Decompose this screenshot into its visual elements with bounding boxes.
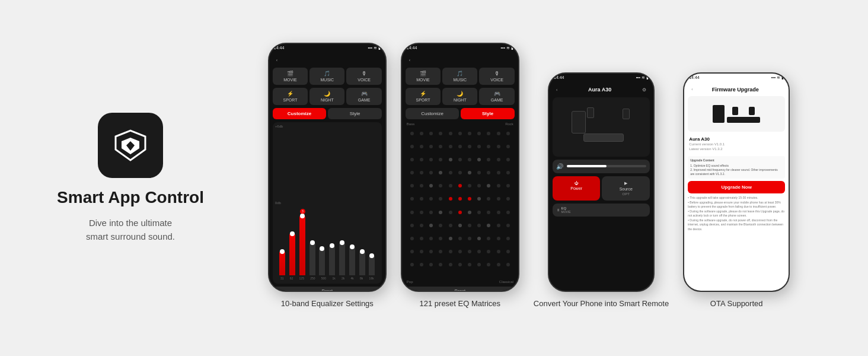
eq-bars-container: 3 xyxy=(275,204,379,275)
firmware-caption: OTA Supported xyxy=(710,299,763,308)
reset-button-eq[interactable]: Reset xyxy=(273,287,382,292)
app-icon xyxy=(98,113,163,178)
matrix-dot xyxy=(506,184,510,187)
satellite-l-img xyxy=(587,107,594,118)
matrix-dot xyxy=(497,250,500,253)
matrix-dot xyxy=(506,158,510,161)
eq-bar-7 xyxy=(339,243,345,275)
matrix-dot xyxy=(410,145,414,148)
matrix-dot xyxy=(458,158,462,161)
matrix-dot xyxy=(449,250,452,253)
eq-mode-button[interactable]: ≡ EQ MOVIE xyxy=(553,204,650,217)
back-icon-fw[interactable]: ‹ xyxy=(691,87,693,91)
mode-voice[interactable]: 🎙 VOICE xyxy=(346,68,381,85)
matrix-dot xyxy=(487,224,490,227)
back-icon-remote[interactable]: ‹ xyxy=(556,87,557,93)
matrix-dot xyxy=(420,237,423,240)
eq-phone-wrapper: 14:44 ▪▪▪ ≋ ▮ ‹ 🎬 MOVIE xyxy=(268,43,387,292)
upgrade-now-button[interactable]: Upgrade Now xyxy=(688,181,785,193)
matrix-style-btn[interactable]: Style xyxy=(461,108,515,119)
firmware-phone-frame: 14:44 ▪▪▪ ≋ ▮ ‹ Firmware Upgrade ⚙ xyxy=(683,72,790,292)
matrix-dot xyxy=(420,171,423,174)
eq-caption: 10-band Equalizer Settings xyxy=(281,299,374,308)
reset-button-matrix[interactable]: Reset xyxy=(406,287,515,292)
matrix-phone-column: 14:44 ▪▪▪ ≋ ▮ ‹ 🎬 MOVIE xyxy=(401,43,519,308)
back-icon-matrix[interactable]: ‹ xyxy=(409,57,410,63)
eq-bar-3: 3 xyxy=(299,216,305,275)
remote-screen: ‹ Aura A30 ⚙ xyxy=(549,82,653,292)
matrix-music[interactable]: 🎵 MUSIC xyxy=(442,68,477,85)
matrix-dot xyxy=(468,145,471,148)
matrix-dot xyxy=(410,263,414,266)
side-button-matrix xyxy=(518,80,519,96)
back-icon[interactable]: ‹ xyxy=(276,57,277,63)
eq-bar-1 xyxy=(279,252,285,275)
fw-device-info: Aura A30 Current version V1.0.1 Latest v… xyxy=(688,134,785,154)
matrix-dot xyxy=(506,132,510,135)
matrix-dot xyxy=(506,145,510,148)
volume-row: 🔊 xyxy=(553,160,650,173)
fw-sat-l xyxy=(732,107,738,115)
matrix-movie[interactable]: 🎬 MOVIE xyxy=(406,68,441,85)
matrix-dot xyxy=(497,263,500,266)
matrix-dot xyxy=(477,184,481,187)
power-button[interactable]: ⏻ Power xyxy=(553,176,601,201)
matrix-dot xyxy=(468,184,471,187)
source-button[interactable]: ▶ Source OPT xyxy=(602,176,650,201)
fw-device-img xyxy=(688,96,785,132)
matrix-dot xyxy=(506,250,510,253)
matrix-dot xyxy=(506,263,510,266)
matrix-axis-bottom: Pop Classical xyxy=(406,280,515,284)
matrix-dot xyxy=(458,250,462,253)
gear-icon[interactable]: ⚙ xyxy=(642,87,646,93)
matrix-dot xyxy=(477,197,481,201)
matrix-dot xyxy=(429,171,433,174)
matrix-night[interactable]: 🌙 NIGHT xyxy=(442,88,477,105)
matrix-dot xyxy=(487,263,490,266)
matrix-dot xyxy=(477,224,481,227)
satellite-r-img xyxy=(623,109,630,119)
matrix-dot xyxy=(477,171,481,174)
matrix-dot xyxy=(439,132,442,135)
matrix-dot xyxy=(449,197,452,201)
matrix-dot xyxy=(420,263,423,266)
matrix-dot xyxy=(458,132,462,135)
dot-grid xyxy=(406,129,515,277)
matrix-dot xyxy=(410,197,414,201)
matrix-dot xyxy=(420,158,423,161)
matrix-sport[interactable]: ⚡ SPORT xyxy=(406,88,441,105)
eq-screen: ‹ 🎬 MOVIE 🎵 MUSIC xyxy=(269,52,385,292)
matrix-dot xyxy=(468,237,471,240)
matrix-dot xyxy=(477,211,481,214)
soundbar-img xyxy=(583,134,624,142)
volume-fill xyxy=(567,165,607,167)
eq-bars-area: +6db 0db xyxy=(273,122,382,284)
matrix-dot xyxy=(458,145,462,148)
mode-game[interactable]: 🎮 GAME xyxy=(346,88,381,105)
page-wrapper: Smart App Control Dive into the ultimate… xyxy=(0,0,868,356)
matrix-dot xyxy=(439,158,442,161)
matrix-dot xyxy=(497,145,500,148)
matrix-voice[interactable]: 🎙 VOICE xyxy=(479,68,514,85)
volume-icon: 🔊 xyxy=(556,163,563,170)
power-source-row: ⏻ Power ▶ Source OPT xyxy=(553,176,650,201)
matrix-dot xyxy=(487,237,490,240)
customize-button[interactable]: Customize xyxy=(273,108,327,119)
style-button[interactable]: Style xyxy=(328,108,382,119)
mode-movie[interactable]: 🎬 MOVIE xyxy=(273,68,308,85)
mode-sport[interactable]: ⚡ SPORT xyxy=(273,88,308,105)
matrix-game[interactable]: 🎮 GAME xyxy=(479,88,514,105)
matrix-dot xyxy=(410,158,414,161)
music-icon: 🎵 xyxy=(324,71,330,77)
mode-music[interactable]: 🎵 MUSIC xyxy=(309,68,344,85)
matrix-dot xyxy=(458,184,462,187)
matrix-dot xyxy=(439,184,442,187)
matrix-dot xyxy=(458,211,462,214)
matrix-customize-btn[interactable]: Customize xyxy=(406,108,459,119)
remote-phone-wrapper: 14:44 ▪▪▪ ≋ ▮ ‹ Aura A30 ⚙ xyxy=(548,72,655,292)
matrix-dot xyxy=(468,263,471,266)
matrix-mode-row2: ⚡ SPORT 🌙 NIGHT 🎮 GAME xyxy=(406,88,515,105)
mode-night[interactable]: 🌙 NIGHT xyxy=(309,88,344,105)
matrix-dot xyxy=(506,237,510,240)
remote-phone-frame: 14:44 ▪▪▪ ≋ ▮ ‹ Aura A30 ⚙ xyxy=(548,72,655,292)
